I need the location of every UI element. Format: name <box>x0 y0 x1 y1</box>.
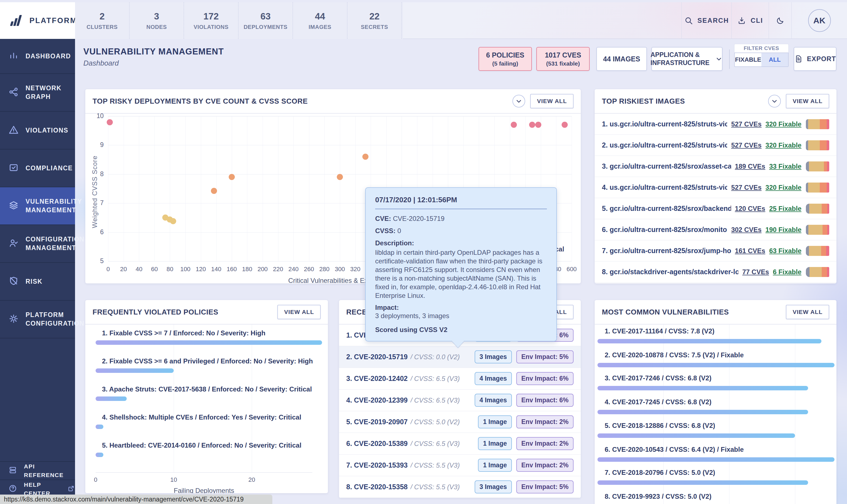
view-all-button[interactable]: VIEW ALL <box>530 94 574 108</box>
cve-label[interactable]: 4. CVE-2017-7245 / CVSS: 6.8 (V2) <box>605 398 711 406</box>
images-badge[interactable]: 1 Image <box>478 437 512 450</box>
cve-bar[interactable] <box>597 386 808 390</box>
sidebar-item-violations[interactable]: VIOLATIONS <box>0 112 75 149</box>
cve-link[interactable]: 5. CVE-2019-20907 <box>346 418 408 426</box>
cves-link[interactable]: 527 CVEs <box>731 141 761 149</box>
scatter-point[interactable] <box>170 218 176 224</box>
cve-link[interactable]: 6. CVE-2020-15389 <box>346 439 408 448</box>
cve-label[interactable]: 8. CVE-2019-9923 / CVSS: 5.0 (V2) <box>605 492 711 500</box>
cves-summary-button[interactable]: 1017 CVES (531 fixable) <box>536 47 590 71</box>
env-impact-badge[interactable]: Env Impact: 2% <box>516 415 574 428</box>
scope-dropdown[interactable]: APPLICATION & INFRASTRUCTURE <box>651 47 722 71</box>
fixable-link[interactable]: 320 Fixable <box>765 120 801 128</box>
policy-label[interactable]: 2. Fixable CVSS >= 6 and Privileged / En… <box>102 357 313 365</box>
images-badge[interactable]: 3 Images <box>475 350 512 363</box>
filter-option-all[interactable]: ALL <box>761 53 788 67</box>
image-name-link[interactable]: 8. gcr.io/stackdriver-agents/stackdriver… <box>602 268 738 276</box>
images-badge[interactable]: 1 Image <box>478 459 512 472</box>
sidebar-item-platform-configuration[interactable]: PLATFORM CONFIGURATION <box>0 301 75 338</box>
env-impact-badge[interactable]: Env Impact: 6% <box>516 372 574 385</box>
cves-link[interactable]: 77 CVEs <box>742 268 769 276</box>
sidebar-item-dashboard[interactable]: DASHBOARD <box>0 39 75 74</box>
cves-link[interactable]: 527 CVEs <box>731 120 761 128</box>
cve-link[interactable]: 4. CVE-2020-12399 <box>346 396 408 404</box>
image-name-link[interactable]: 4. us.gcr.io/ultra-current-825/struts-vi… <box>602 183 727 192</box>
sidebar-item-vulnerability-management[interactable]: VULNERABILITY MANAGEMENT <box>0 187 75 225</box>
images-badge[interactable]: 4 Images <box>475 394 512 407</box>
cli-button[interactable]: CLI <box>732 2 769 39</box>
fixable-link[interactable]: 190 Fixable <box>765 226 801 234</box>
scatter-point[interactable] <box>529 122 535 128</box>
cve-label[interactable]: 5. CVE-2018-12886 / CVSS: 6.8 (V2) <box>605 422 715 430</box>
view-all-button[interactable]: VIEW ALL <box>786 305 829 319</box>
images-badge[interactable]: 4 Images <box>475 372 512 385</box>
cve-bar[interactable] <box>597 339 822 343</box>
cve-label[interactable]: 1. CVE-2017-11164 / CVSS: 7.8 (V2) <box>605 327 715 335</box>
cve-label[interactable]: 7. CVE-2018-20796 / CVSS: 5.0 (V2) <box>605 469 715 476</box>
images-badge[interactable]: 1 Image <box>478 415 512 428</box>
sidebar-item-configuration-management[interactable]: CONFIGURATION MANAGEMENT <box>0 225 75 263</box>
collapse-panel-button[interactable] <box>768 95 781 108</box>
env-impact-badge[interactable]: Env Impact: 5% <box>516 350 574 363</box>
search-button[interactable]: SEARCH <box>681 2 732 39</box>
scatter-point[interactable] <box>362 154 368 160</box>
cve-link[interactable]: 3. CVE-2020-12402 <box>346 375 408 382</box>
view-all-button[interactable]: VIEW ALL <box>786 94 829 108</box>
scatter-point[interactable] <box>107 119 113 125</box>
fixable-link[interactable]: 6 Fixable <box>773 268 801 276</box>
scatter-point[interactable] <box>229 174 235 180</box>
scatter-point[interactable] <box>337 174 343 180</box>
filter-option-fixable[interactable]: FIXABLE <box>735 53 761 67</box>
sidebar-item-compliance[interactable]: COMPLIANCE <box>0 149 75 187</box>
policy-label[interactable]: 5. Heartbleed: CVE-2014-0160 / Enforced:… <box>102 442 302 449</box>
cve-bar[interactable] <box>597 480 808 485</box>
cve-bar[interactable] <box>597 457 834 462</box>
view-all-button[interactable]: VIEW ALL <box>277 305 321 319</box>
image-name-link[interactable]: 2. us.gcr.io/ultra-current-825/struts-vi… <box>602 141 727 149</box>
stat-clusters[interactable]: 2CLUSTERS <box>75 2 129 39</box>
stat-secrets[interactable]: 22SECRETS <box>347 2 402 39</box>
image-name-link[interactable]: 7. gcr.io/ultra-current-825/srox/jump-ho… <box>602 247 731 255</box>
env-impact-badge[interactable]: Env Impact: 2% <box>516 437 574 450</box>
policy-bar[interactable] <box>95 453 103 457</box>
fixable-link[interactable]: 33 Fixable <box>769 163 801 170</box>
fixable-link[interactable]: 25 Fixable <box>769 205 801 213</box>
cve-link[interactable]: 7. CVE-2020-15393 <box>346 461 408 469</box>
policies-summary-button[interactable]: 6 POLICIES (5 failing) <box>479 47 532 71</box>
collapse-panel-button[interactable] <box>512 95 525 108</box>
cves-link[interactable]: 302 CVEs <box>731 226 761 234</box>
cve-label[interactable]: 6. CVE-2020-10543 / CVSS: 6.4 (V2) / Fix… <box>605 446 744 453</box>
cves-link[interactable]: 189 CVEs <box>735 163 765 170</box>
fixable-link[interactable]: 63 Fixable <box>769 247 801 255</box>
cve-bar[interactable] <box>597 410 808 414</box>
images-summary-button[interactable]: 44 IMAGES <box>596 47 647 71</box>
env-impact-badge[interactable]: Env Impact: 6% <box>516 394 574 407</box>
policy-bar[interactable] <box>95 368 174 373</box>
cve-label[interactable]: 2. CVE-2020-10878 / CVSS: 7.5 (V2) / Fix… <box>605 351 744 359</box>
cves-link[interactable]: 120 CVEs <box>735 205 765 213</box>
cves-link[interactable]: 161 CVEs <box>735 247 765 255</box>
stat-images[interactable]: 44IMAGES <box>293 2 347 39</box>
env-impact-badge[interactable]: Env Impact: 2% <box>516 459 574 472</box>
policy-bar[interactable] <box>95 340 322 345</box>
cve-link[interactable]: 8. CVE-2020-15358 <box>346 483 408 491</box>
scatter-point[interactable] <box>511 122 517 128</box>
policy-label[interactable]: 4. Shellshock: Multiple CVEs / Enforced:… <box>102 413 301 421</box>
image-name-link[interactable]: 3. gcr.io/ultra-current-825/srox/asset-c… <box>602 162 731 170</box>
env-impact-badge[interactable]: Env Impact: 5% <box>516 480 574 493</box>
policy-bar[interactable] <box>95 396 127 401</box>
policy-bar[interactable] <box>95 425 103 429</box>
cve-link[interactable]: 2. CVE-2020-15719 <box>346 353 408 361</box>
scatter-point[interactable] <box>562 122 568 128</box>
cve-bar[interactable] <box>597 433 795 438</box>
image-name-link[interactable]: 6. gcr.io/ultra-current-825/srox/monitor… <box>602 226 727 234</box>
avatar[interactable]: AK <box>808 9 831 32</box>
cve-label[interactable]: 3. CVE-2017-7246 / CVSS: 6.8 (V2) <box>605 374 711 382</box>
filter-toggle[interactable]: FIXABLEALL <box>734 53 789 67</box>
cve-bar[interactable] <box>597 363 834 367</box>
export-button[interactable]: EXPORT <box>794 47 836 71</box>
images-badge[interactable]: 3 Images <box>475 480 512 493</box>
sidebar-item-api-reference[interactable]: API REFERENCE <box>0 461 75 480</box>
dark-mode-toggle[interactable] <box>769 2 791 39</box>
brand-logo[interactable]: PLATFORM <box>0 2 75 39</box>
